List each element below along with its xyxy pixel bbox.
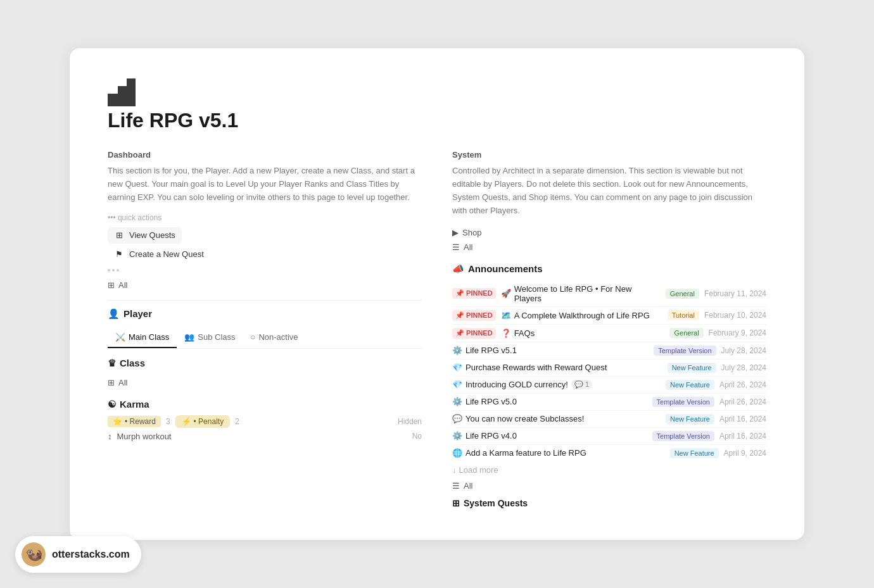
- table-icon: ⊞: [108, 378, 115, 387]
- megaphone-icon: 📣: [452, 263, 464, 275]
- announcements-list: 📌 PINNED 🚀 Welcome to Life RPG • For New…: [452, 281, 766, 461]
- page-title: Life RPG v5.1: [108, 109, 766, 132]
- class-title: ♛ Class: [108, 358, 422, 369]
- announcement-row[interactable]: ⚙️ Life RPG v5.0 Template Version April …: [452, 394, 766, 411]
- ann-title: 💬 You can now create Subclasses!: [452, 414, 661, 423]
- announcement-row[interactable]: 📌 PINNED 🗺️ A Complete Walkthrough of Li…: [452, 307, 766, 325]
- ann-title: 🌐 Add a Karma feature to Life RPG: [452, 448, 665, 458]
- system-quests-icon: ⊞: [452, 498, 460, 508]
- ann-date: February 10, 2024: [704, 311, 766, 320]
- system-quests-title: ⊞ System Quests: [452, 498, 766, 508]
- tab-sub-class[interactable]: 👥 Sub Class: [177, 328, 243, 348]
- karma-reward-row: ⭐ • Reward 3 ⚡ • Penalty 2 Hidden: [108, 415, 422, 428]
- murphy-no: No: [412, 432, 422, 441]
- announcement-row[interactable]: ⚙️ Life RPG v4.0 Template Version April …: [452, 428, 766, 445]
- tab-icon-sub: 👥: [184, 332, 194, 342]
- list-icon-bottom: ☰: [452, 481, 460, 491]
- ann-tag: General: [669, 328, 703, 338]
- tab-icon-nonactive: ○: [251, 332, 256, 342]
- ann-icon: 🌐: [452, 448, 462, 458]
- ann-title: 💎 Introducing GOLD currency! 💬 1: [452, 380, 661, 389]
- ann-date: July 28, 2024: [721, 346, 766, 355]
- pinned-badge: 📌 PINNED: [452, 310, 496, 321]
- ann-date: February 11, 2024: [704, 289, 766, 298]
- ann-date: July 28, 2024: [721, 363, 766, 372]
- karma-penalty-badge: ⚡ • Penalty: [175, 415, 231, 428]
- page-icon: [108, 78, 766, 109]
- ann-date: April 9, 2024: [724, 449, 766, 458]
- ann-icon: ⚙️: [452, 431, 462, 441]
- all-row-class[interactable]: ⊞ All: [108, 375, 422, 390]
- person-icon: 👤: [108, 308, 120, 320]
- announcement-row[interactable]: 💎 Purchase Rewards with Reward Quest New…: [452, 360, 766, 377]
- ann-tag: General: [666, 289, 699, 299]
- karma-penalty-count: 2: [235, 417, 239, 426]
- ann-icon: 💬: [452, 414, 462, 423]
- karma-icon: ☯: [108, 399, 116, 410]
- ann-date: April 26, 2024: [719, 380, 766, 389]
- ann-tag: Template Version: [652, 397, 714, 407]
- dashboard-description: This section is for you, the Player. Add…: [108, 165, 422, 204]
- ann-tag: Template Version: [652, 431, 714, 441]
- class-icon: ♛: [108, 358, 116, 369]
- star-icon: ⭐: [113, 417, 122, 426]
- svg-rect-0: [108, 94, 118, 106]
- dashboard-section: Dashboard This section is for you, the P…: [108, 150, 422, 292]
- comment-count: 💬 1: [571, 380, 592, 389]
- announcement-row[interactable]: 💬 You can now create Subclasses! New Fea…: [452, 411, 766, 428]
- grid-icon: ⊞: [114, 230, 124, 241]
- all-row-dashboard[interactable]: ⊞ All: [108, 278, 422, 292]
- ann-tag: New Feature: [666, 380, 714, 390]
- karma-reward-count: 3: [166, 417, 170, 426]
- ann-title: ⚙️ Life RPG v5.1: [452, 346, 649, 355]
- quick-actions-label: ••• quick actions: [108, 213, 422, 222]
- murphy-row: ↕ Murph workout No: [108, 432, 422, 441]
- right-column: System Controlled by Architect in a sepa…: [452, 150, 766, 514]
- otter-badge: 🦦 otterstacks.com: [15, 536, 141, 573]
- ann-tag: New Feature: [666, 414, 714, 424]
- ann-title: 🗺️ A Complete Walkthrough of Life RPG: [501, 311, 662, 320]
- ann-icon: 🗺️: [501, 311, 511, 320]
- ann-icon: ⚙️: [452, 397, 462, 406]
- load-more[interactable]: ↓ Load more: [452, 461, 766, 479]
- tab-non-active[interactable]: ○ Non-active: [243, 328, 306, 348]
- main-columns: Dashboard This section is for you, the P…: [108, 150, 766, 514]
- announcement-row[interactable]: ⚙️ Life RPG v5.1 Template Version July 2…: [452, 342, 766, 360]
- svg-rect-2: [127, 78, 136, 106]
- down-arrow-icon: ↓: [452, 465, 457, 475]
- list-icon-right: ☰: [452, 242, 460, 252]
- hidden-badge: Hidden: [398, 417, 422, 426]
- flag-icon: ⚑: [114, 249, 124, 260]
- player-title: 👤 Player: [108, 308, 422, 320]
- svg-rect-1: [118, 86, 127, 106]
- all-row-bottom[interactable]: ☰ All: [452, 479, 766, 493]
- ann-title: 💎 Purchase Rewards with Reward Quest: [452, 363, 662, 372]
- karma-title: ☯ Karma: [108, 399, 422, 410]
- ann-date: February 9, 2024: [709, 328, 766, 337]
- karma-reward-badge: ⭐ • Reward: [108, 416, 161, 427]
- penalty-icon: ⚡: [182, 417, 191, 426]
- tab-main-class[interactable]: ⚔️ Main Class: [108, 328, 177, 348]
- announcement-row[interactable]: 📌 PINNED 🚀 Welcome to Life RPG • For New…: [452, 281, 766, 307]
- ann-icon: 🚀: [501, 289, 511, 298]
- announcement-row[interactable]: 📌 PINNED ❓ FAQs General February 9, 2024: [452, 325, 766, 342]
- announcements-section: 📣 Announcements 📌 PINNED 🚀 Welcome to Li…: [452, 263, 766, 508]
- tab-icon-main: ⚔️: [115, 332, 125, 342]
- create-quest-button[interactable]: ⚑ Create a New Quest: [108, 246, 210, 263]
- ann-icon: ⚙️: [452, 346, 462, 355]
- system-title: System: [452, 150, 766, 160]
- all-row-system[interactable]: ☰ All: [452, 240, 766, 254]
- dots-separator: [108, 269, 422, 272]
- list-icon: ⊞: [108, 280, 115, 290]
- announcement-row[interactable]: 💎 Introducing GOLD currency! 💬 1 New Fea…: [452, 377, 766, 394]
- shop-row[interactable]: ▶ Shop: [452, 225, 766, 240]
- page-container: Life RPG v5.1 Dashboard This section is …: [70, 48, 804, 539]
- pinned-badge: 📌 PINNED: [452, 328, 496, 339]
- view-quests-button[interactable]: ⊞ View Quests: [108, 227, 182, 244]
- announcements-title: 📣 Announcements: [452, 263, 766, 275]
- ann-title: ❓ FAQs: [501, 328, 665, 338]
- player-tabs: ⚔️ Main Class 👥 Sub Class ○ Non-active: [108, 328, 422, 349]
- ann-icon: 💎: [452, 380, 462, 389]
- ann-tag: New Feature: [670, 448, 719, 458]
- announcement-row[interactable]: 🌐 Add a Karma feature to Life RPG New Fe…: [452, 445, 766, 461]
